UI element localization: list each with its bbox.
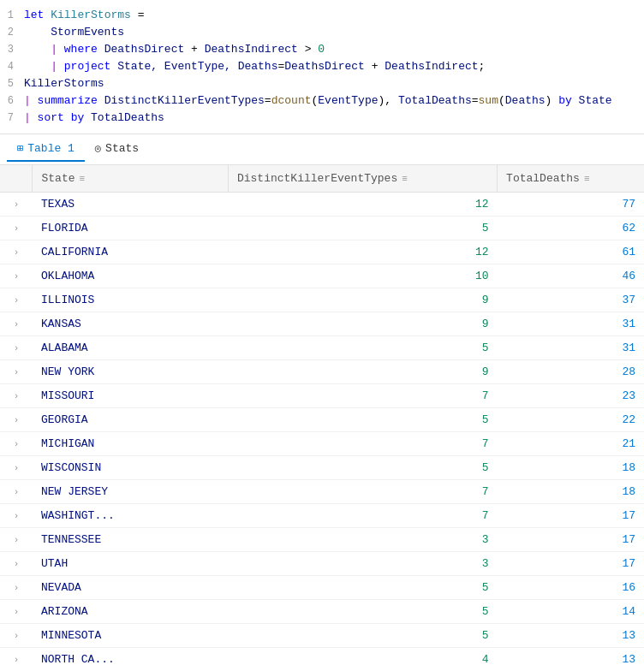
table-row: ›UTAH317	[0, 552, 644, 576]
row-expander-15[interactable]: ›	[0, 552, 33, 576]
row-expander-4[interactable]: ›	[0, 288, 33, 312]
cell-total-10: 21	[498, 432, 644, 456]
cell-total-7: 28	[498, 360, 644, 384]
cell-total-14: 17	[498, 528, 644, 552]
cell-state-15: UTAH	[33, 552, 228, 576]
table-row: ›ALABAMA531	[0, 336, 644, 360]
total-col-header[interactable]: TotalDeaths ≡	[498, 165, 644, 193]
tab-icon-0: ⊞	[17, 142, 23, 155]
line-content-4: | project State, EventType, Deaths=Death…	[24, 58, 644, 75]
cell-distinct-15: 3	[228, 552, 497, 576]
row-expander-9[interactable]: ›	[0, 408, 33, 432]
row-expander-0[interactable]: ›	[0, 193, 33, 217]
row-expander-18[interactable]: ›	[0, 624, 33, 648]
row-expander-2[interactable]: ›	[0, 240, 33, 264]
cell-state-2: CALIFORNIA	[33, 240, 228, 264]
code-line-6: 6| summarize DistinctKillerEventTypes=dc…	[0, 92, 644, 110]
row-expander-5[interactable]: ›	[0, 312, 33, 336]
distinct-sort-icon[interactable]: ≡	[402, 174, 408, 184]
row-expander-11[interactable]: ›	[0, 456, 33, 480]
row-expander-10[interactable]: ›	[0, 432, 33, 456]
row-expander-12[interactable]: ›	[0, 480, 33, 504]
row-expander-16[interactable]: ›	[0, 576, 33, 600]
tab-label-0: Table 1	[27, 142, 75, 155]
line-number-2: 2	[0, 24, 24, 41]
expander-col-header	[0, 165, 33, 193]
cell-total-12: 18	[498, 480, 644, 504]
cell-state-4: ILLINOIS	[33, 288, 228, 312]
table-row: ›NEW JERSEY718	[0, 480, 644, 504]
cell-distinct-4: 9	[228, 288, 497, 312]
cell-total-5: 31	[498, 312, 644, 336]
row-expander-13[interactable]: ›	[0, 504, 33, 528]
table-row: ›CALIFORNIA1261	[0, 240, 644, 264]
distinct-col-label: DistinctKillerEventTypes	[237, 172, 397, 185]
line-number-1: 1	[0, 7, 24, 24]
table-row: ›WISCONSIN518	[0, 456, 644, 480]
cell-distinct-14: 3	[228, 528, 497, 552]
state-sort-icon[interactable]: ≡	[80, 174, 86, 184]
cell-total-8: 23	[498, 384, 644, 408]
line-content-6: | summarize DistinctKillerEventTypes=dco…	[24, 92, 644, 110]
tabs-bar: ⊞Table 1◎Stats	[0, 134, 644, 165]
cell-distinct-17: 5	[228, 600, 497, 624]
cell-distinct-6: 5	[228, 336, 497, 360]
cell-state-5: KANSAS	[33, 312, 228, 336]
tab-label-1: Stats	[105, 142, 139, 155]
table-header: State ≡ DistinctKillerEventTypes ≡ Total…	[0, 165, 644, 193]
code-line-1: 1let KillerStorms =	[0, 7, 644, 24]
code-line-2: 2 StormEvents	[0, 24, 644, 41]
distinct-col-header[interactable]: DistinctKillerEventTypes ≡	[228, 165, 497, 193]
table-row: ›TENNESSEE317	[0, 528, 644, 552]
cell-total-13: 17	[498, 504, 644, 528]
cell-total-18: 13	[498, 624, 644, 648]
code-line-3: 3 | where DeathsDirect + DeathsIndirect …	[0, 41, 644, 58]
cell-total-16: 16	[498, 576, 644, 600]
cell-distinct-19: 4	[228, 648, 497, 666]
line-content-3: | where DeathsDirect + DeathsIndirect > …	[24, 41, 644, 58]
row-expander-1[interactable]: ›	[0, 217, 33, 240]
cell-distinct-16: 5	[228, 576, 497, 600]
cell-distinct-9: 5	[228, 408, 497, 432]
row-expander-8[interactable]: ›	[0, 384, 33, 408]
line-number-3: 3	[0, 41, 24, 58]
results-table: State ≡ DistinctKillerEventTypes ≡ Total…	[0, 165, 644, 665]
cell-state-19: NORTH CA...	[33, 648, 228, 666]
line-number-4: 4	[0, 58, 24, 75]
code-line-7: 7| sort by TotalDeaths	[0, 110, 644, 127]
cell-state-8: MISSOURI	[33, 384, 228, 408]
row-expander-7[interactable]: ›	[0, 360, 33, 384]
row-expander-17[interactable]: ›	[0, 600, 33, 624]
total-sort-icon[interactable]: ≡	[584, 174, 590, 184]
cell-distinct-13: 7	[228, 504, 497, 528]
row-expander-6[interactable]: ›	[0, 336, 33, 360]
cell-total-0: 77	[498, 193, 644, 217]
table-body: ›TEXAS1277›FLORIDA562›CALIFORNIA1261›OKL…	[0, 193, 644, 666]
line-content-5: KillerStorms	[24, 75, 644, 92]
code-line-5: 5KillerStorms	[0, 75, 644, 92]
line-number-5: 5	[0, 75, 24, 92]
table-row: ›NORTH CA...413	[0, 648, 644, 666]
cell-state-9: GEORGIA	[33, 408, 228, 432]
state-col-header[interactable]: State ≡	[33, 165, 228, 193]
table-row: ›ILLINOIS937	[0, 288, 644, 312]
cell-distinct-7: 9	[228, 360, 497, 384]
cell-total-11: 18	[498, 456, 644, 480]
line-content-1: let KillerStorms =	[24, 7, 644, 24]
table-row: ›OKLAHOMA1046	[0, 264, 644, 288]
row-expander-19[interactable]: ›	[0, 648, 33, 666]
tab-table-1[interactable]: ⊞Table 1	[7, 137, 85, 162]
cell-distinct-2: 12	[228, 240, 497, 264]
cell-state-0: TEXAS	[33, 193, 228, 217]
cell-state-7: NEW YORK	[33, 360, 228, 384]
table-container: State ≡ DistinctKillerEventTypes ≡ Total…	[0, 165, 644, 665]
row-expander-14[interactable]: ›	[0, 528, 33, 552]
table-row: ›MICHIGAN721	[0, 432, 644, 456]
tab-stats[interactable]: ◎Stats	[85, 137, 149, 162]
code-line-4: 4 | project State, EventType, Deaths=Dea…	[0, 58, 644, 75]
row-expander-3[interactable]: ›	[0, 264, 33, 288]
state-col-label: State	[41, 172, 75, 185]
cell-distinct-10: 7	[228, 432, 497, 456]
line-number-7: 7	[0, 110, 24, 127]
table-row: ›MINNESOTA513	[0, 624, 644, 648]
